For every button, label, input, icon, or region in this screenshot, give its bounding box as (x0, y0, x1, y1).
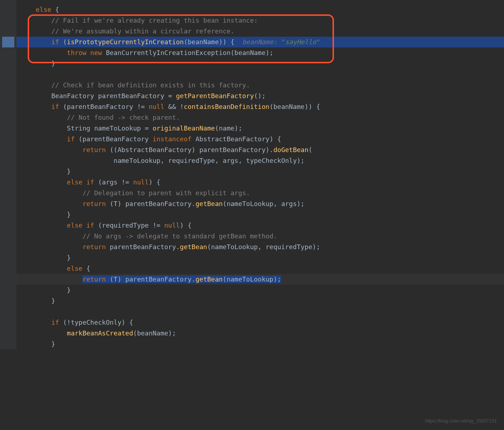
code-line[interactable]: nameToLookup, requiredType, args, typeCh… (17, 155, 504, 166)
code-token: parentBeanFactory (196, 146, 266, 154)
code-line[interactable]: // No args -> delegate to standard getBe… (17, 231, 504, 242)
code-token: T (114, 275, 118, 283)
code-token: ( (215, 124, 219, 132)
code-line[interactable]: else if (requiredType != null) { (17, 220, 504, 231)
breakpoint-marker[interactable] (2, 37, 14, 47)
code-line[interactable]: } (17, 339, 504, 349)
code-token: { (51, 6, 59, 13)
code-area[interactable]: else { // Fail if we're already creating… (17, 4, 504, 349)
code-token: // We're assumably within a circular ref… (51, 27, 234, 35)
code-line[interactable]: } (17, 296, 504, 306)
code-line[interactable] (17, 69, 504, 80)
code-token: ) (312, 243, 316, 251)
code-token: ; (270, 49, 274, 56)
code-token: // Not found -> check parent. (67, 114, 180, 121)
code-token: if (51, 38, 59, 46)
code-token: else (36, 6, 51, 13)
code-token: " (281, 38, 285, 46)
code-line[interactable]: markBeanAsCreated(beanName); (17, 328, 504, 339)
code-token: } (51, 60, 55, 67)
code-line[interactable]: BeanFactory parentBeanFactory = getParen… (17, 91, 504, 101)
code-token: null (149, 103, 164, 110)
code-token: ( (223, 200, 227, 207)
code-line[interactable]: // Fail if we're already creating this b… (17, 15, 504, 26)
code-line[interactable]: if (!typeCheckOnly) { (17, 317, 504, 328)
code-token: ; (316, 243, 320, 251)
code-token: ) (270, 135, 274, 143)
code-line[interactable]: if (parentBeanFactory != null && !contai… (17, 101, 504, 112)
code-token: ( (184, 38, 188, 46)
code-line[interactable]: // Check if bean definition exists in th… (17, 80, 504, 91)
code-token: , (215, 157, 223, 164)
code-token: containsBeanDefinition (184, 103, 269, 110)
code-token: ) (266, 49, 270, 56)
code-token: (( (106, 146, 118, 154)
code-token: else if (67, 221, 94, 229)
code-token: ( (94, 221, 102, 229)
code-token: ( (230, 49, 234, 56)
code-token: } (67, 254, 71, 261)
code-line[interactable]: } (17, 252, 504, 263)
code-line[interactable]: // Not found -> check parent. (17, 112, 504, 123)
code-line[interactable] (17, 306, 504, 317)
code-token: ( (223, 275, 227, 283)
code-token: )) (304, 103, 312, 110)
code-editor[interactable]: else { // Fail if we're already creating… (0, 0, 504, 349)
code-line[interactable]: } (17, 58, 504, 69)
code-token: ( (308, 146, 312, 154)
code-token: ; (172, 329, 176, 337)
code-token: else if (67, 178, 94, 186)
code-token: } (51, 340, 55, 348)
code-token: ) (118, 275, 122, 283)
code-token: originalBeanName (152, 124, 215, 132)
code-line[interactable]: String nameToLookup = originalBeanName(n… (17, 123, 504, 134)
code-line[interactable]: return parentBeanFactory.getBean(nameToL… (17, 242, 504, 252)
code-line[interactable]: // We're assumably within a circular ref… (17, 26, 504, 37)
code-token: // Fail if we're already creating this b… (51, 17, 258, 24)
code-token: requiredType != (102, 221, 164, 229)
code-token: nameToLookup (226, 200, 273, 207)
code-token: ( (94, 178, 102, 186)
code-line[interactable]: if (parentBeanFactory instanceof Abstrac… (17, 134, 504, 145)
code-token: // Check if bean definition exists in th… (51, 81, 250, 89)
code-token: { (82, 265, 90, 272)
code-token: } (67, 211, 71, 218)
code-token: ) (118, 200, 122, 207)
code-line[interactable]: } (17, 209, 504, 220)
text-selection: return (T) parentBeanFactory.getBean(nam… (82, 275, 281, 283)
code-token: ) (192, 146, 196, 154)
code-line[interactable]: else if (args != null) { (17, 177, 504, 188)
code-token: getParentBeanFactory (176, 92, 254, 100)
code-token: return (82, 275, 106, 283)
code-token: args (223, 157, 238, 164)
code-token: } (67, 286, 71, 294)
code-token: ) (273, 275, 277, 283)
code-line[interactable]: return (T) parentBeanFactory.getBean(nam… (17, 198, 504, 209)
code-line[interactable]: // Delegation to parent with explicit ar… (17, 188, 504, 198)
code-token: ; (262, 92, 266, 100)
code-token: beanName (273, 103, 304, 110)
code-line[interactable]: throw new BeanCurrentlyInCreationExcepti… (17, 47, 504, 58)
code-token: ; (301, 200, 304, 207)
code-token: if (67, 135, 75, 143)
code-token: BeanCurrentlyInCreationException (102, 49, 231, 56)
code-token: parentBeanFactory. (122, 200, 196, 207)
code-token: ( (59, 319, 67, 326)
code-token: return (82, 200, 106, 207)
code-line[interactable]: else { (17, 263, 504, 274)
code-token: ) (297, 157, 301, 164)
code-line[interactable]: return (T) parentBeanFactory.getBean(nam… (17, 274, 504, 285)
code-line[interactable]: } (17, 166, 504, 177)
code-line[interactable]: else { (17, 4, 504, 15)
code-line[interactable]: } (17, 285, 504, 296)
code-token: null (133, 178, 148, 186)
code-token: beanName (137, 329, 168, 337)
code-token: else (67, 265, 82, 272)
code-line[interactable]: return ((AbstractBeanFactory) parentBean… (17, 145, 504, 155)
code-token: parentBeanFactory != (67, 103, 149, 110)
code-token: ( (106, 200, 114, 207)
code-token: isPrototypeCurrentlyInCreation (67, 38, 184, 46)
code-line[interactable]: if (isPrototypeCurrentlyInCreation(beanN… (17, 37, 504, 47)
code-token: markBeanAsCreated (67, 329, 133, 337)
code-token: } (51, 297, 55, 305)
